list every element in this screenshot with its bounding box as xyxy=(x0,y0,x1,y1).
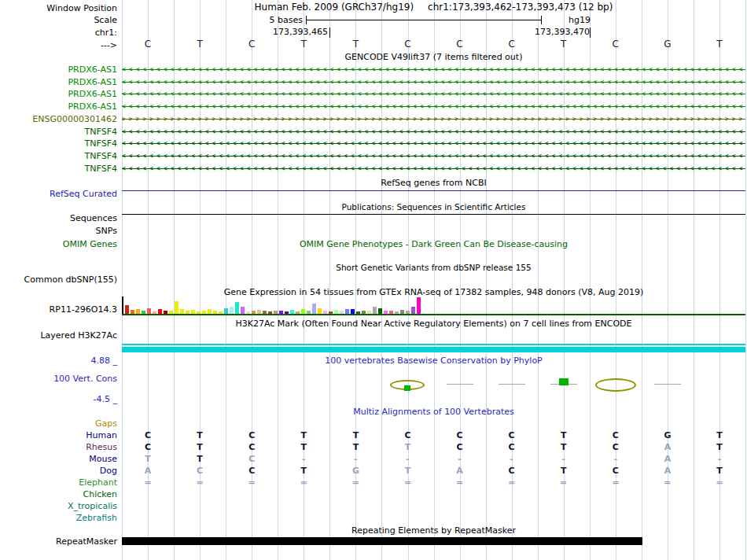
gtex-expression-bar[interactable] xyxy=(362,311,366,314)
multiz-species-label[interactable]: Zebrafish xyxy=(76,513,117,523)
h3k27ac-signal-band[interactable] xyxy=(122,347,745,352)
gtex-expression-bar[interactable] xyxy=(197,311,201,314)
gtex-expression-bar[interactable] xyxy=(268,311,272,314)
gene-label[interactable]: PRDX6-AS1 xyxy=(68,89,117,99)
gtex-expression-bar[interactable] xyxy=(131,310,134,314)
gtex-expression-bar[interactable] xyxy=(417,297,421,314)
gtex-expression-bar[interactable] xyxy=(334,310,338,314)
gtex-expression-bar[interactable] xyxy=(395,311,399,314)
gene-item[interactable]: <<<<<<<<<<<<<<<<<<<<<<<<<<<<<<<<<<<<<<<<… xyxy=(122,164,745,174)
gtex-expression-bar[interactable] xyxy=(241,307,245,314)
multiz-species-label[interactable]: Mouse xyxy=(89,454,117,464)
gtex-expression-bar[interactable] xyxy=(153,311,156,314)
gtex-expression-bar[interactable] xyxy=(257,310,261,314)
gtex-expression-bar[interactable] xyxy=(252,311,256,314)
gene-label[interactable]: TNFSF4 xyxy=(85,127,117,137)
gtex-expression-bar[interactable] xyxy=(142,311,145,314)
gtex-expression-bar[interactable] xyxy=(329,311,333,314)
gtex-expression-bar[interactable] xyxy=(307,311,311,314)
gtex-expression-bar[interactable] xyxy=(351,309,355,314)
multiz-species-label[interactable]: Human xyxy=(86,430,117,440)
gtex-expression-bar[interactable] xyxy=(235,302,239,314)
gtex-expression-bar[interactable] xyxy=(356,311,360,314)
gtex-expression-bar[interactable] xyxy=(400,310,404,314)
h3k27ac-label[interactable]: Layered H3K27Ac xyxy=(40,330,117,341)
gtex-expression-bar[interactable] xyxy=(340,311,344,314)
multiz-species-label[interactable]: Elephant xyxy=(79,477,117,488)
gene-item[interactable]: <<<<<<<<<<<<<<<<<<<<<<<<<<<<<<<<<<<<<<<<… xyxy=(122,139,745,149)
gene-label[interactable]: PRDX6-AS1 xyxy=(68,101,117,112)
gene-item[interactable]: <<<<<<<<<<<<<<<<<<<<<<<<<<<<<<<<<<<<<<<<… xyxy=(122,127,745,137)
gene-label[interactable]: TNFSF4 xyxy=(85,151,117,161)
gene-item[interactable]: <<<<<<<<<<<<<<<<<<<<<<<<<<<<<<<<<<<<<<<<… xyxy=(122,78,745,87)
gtex-gene-label[interactable]: RP11-296O14.3 xyxy=(50,304,117,315)
gtex-expression-bar[interactable] xyxy=(384,311,388,314)
multiz-species-label[interactable]: Chicken xyxy=(83,489,117,499)
gtex-expression-bar[interactable] xyxy=(125,305,129,314)
phylop-zero-line[interactable] xyxy=(654,384,681,385)
phylop-positive-mark[interactable] xyxy=(404,385,410,391)
gtex-expression-bar[interactable] xyxy=(312,304,316,314)
multiz-species-label[interactable]: X_tropicalis xyxy=(68,501,117,511)
gene-label[interactable]: PRDX6-AS1 xyxy=(68,77,117,87)
gtex-expression-bar[interactable] xyxy=(224,308,228,314)
gtex-expression-bar[interactable] xyxy=(164,311,167,314)
gtex-expression-bar[interactable] xyxy=(378,308,382,314)
multiz-species-label[interactable]: Rhesus xyxy=(86,442,117,452)
gtex-expression-bar[interactable] xyxy=(191,310,195,314)
gtex-expression-bar[interactable] xyxy=(263,311,267,314)
multiz-species-label[interactable]: Dog xyxy=(100,466,117,476)
gtex-expression-bar[interactable] xyxy=(202,311,206,314)
gtex-expression-bar[interactable] xyxy=(186,311,190,314)
gtex-expression-bar[interactable] xyxy=(169,311,173,314)
gene-label[interactable]: TNFSF4 xyxy=(85,138,117,149)
gtex-expression-bar[interactable] xyxy=(296,311,300,314)
gtex-expression-bar[interactable] xyxy=(301,309,305,314)
gtex-expression-bar[interactable] xyxy=(389,311,393,314)
gtex-expression-bar[interactable] xyxy=(219,311,223,314)
gtex-expression-bar[interactable] xyxy=(180,309,184,314)
phylop-zero-line[interactable] xyxy=(499,384,525,385)
conservation-track-label[interactable]: 100 Vert. Cons xyxy=(53,374,117,384)
refseq-curated-label[interactable]: RefSeq Curated xyxy=(50,189,117,199)
gene-item[interactable]: >>>>>>>>>>>>>>>>>>>>>>>>>>>>>>>>>>>>>>>>… xyxy=(122,115,745,124)
phylop-positive-bar[interactable] xyxy=(559,378,569,385)
gtex-expression-bar[interactable] xyxy=(158,309,162,314)
gene-item[interactable]: <<<<<<<<<<<<<<<<<<<<<<<<<<<<<<<<<<<<<<<<… xyxy=(122,90,745,99)
phylop-ellipse[interactable] xyxy=(595,378,636,392)
gtex-expression-bar[interactable] xyxy=(230,307,234,314)
gtex-expression-bar[interactable] xyxy=(279,311,283,314)
gtex-expression-bar[interactable] xyxy=(175,301,178,314)
omim-genes-label[interactable]: OMIM Genes xyxy=(63,239,117,249)
repeatmasker-label[interactable]: RepeatMasker xyxy=(56,536,117,547)
gene-label[interactable]: PRDX6-AS1 xyxy=(68,64,117,75)
refseq-gene-line[interactable] xyxy=(122,190,745,191)
snps-label[interactable]: SNPs xyxy=(96,226,117,236)
repeatmasker-element-bar[interactable] xyxy=(122,537,642,545)
gtex-expression-bar[interactable] xyxy=(208,309,212,314)
publications-item-line[interactable] xyxy=(122,214,745,215)
gtex-expression-bar[interactable] xyxy=(323,311,327,314)
gene-label[interactable]: TNFSF4 xyxy=(85,164,117,174)
multiz-species-label[interactable]: Gaps xyxy=(95,418,117,429)
gtex-expression-bar[interactable] xyxy=(367,311,371,314)
gene-item[interactable]: <<<<<<<<<<<<<<<<<<<<<<<<<<<<<<<<<<<<<<<<… xyxy=(122,65,745,75)
phylop-zero-line[interactable] xyxy=(447,384,473,385)
gtex-expression-bar[interactable] xyxy=(274,311,278,314)
gtex-expression-bar[interactable] xyxy=(406,311,410,314)
gtex-expression-bar[interactable] xyxy=(345,309,349,314)
dbsnp-label[interactable]: Common dbSNP(155) xyxy=(24,274,117,285)
gtex-expression-bar[interactable] xyxy=(373,307,377,314)
sequences-label[interactable]: Sequences xyxy=(70,213,117,223)
gtex-expression-bar[interactable] xyxy=(246,311,250,314)
gtex-expression-bar[interactable] xyxy=(290,310,294,314)
h3k27ac-signal-line[interactable] xyxy=(122,344,745,345)
gtex-expression-bar[interactable] xyxy=(411,307,415,314)
gene-label[interactable]: ENSG00000301462 xyxy=(32,114,117,124)
gtex-expression-bar[interactable] xyxy=(136,309,140,314)
gtex-expression-bar[interactable] xyxy=(318,308,322,314)
gtex-expression-bar[interactable] xyxy=(285,311,289,314)
gene-item[interactable]: <<<<<<<<<<<<<<<<<<<<<<<<<<<<<<<<<<<<<<<<… xyxy=(122,152,745,161)
gene-item[interactable]: <<<<<<<<<<<<<<<<<<<<<<<<<<<<<<<<<<<<<<<<… xyxy=(122,102,745,112)
gtex-expression-bar[interactable] xyxy=(147,308,151,314)
